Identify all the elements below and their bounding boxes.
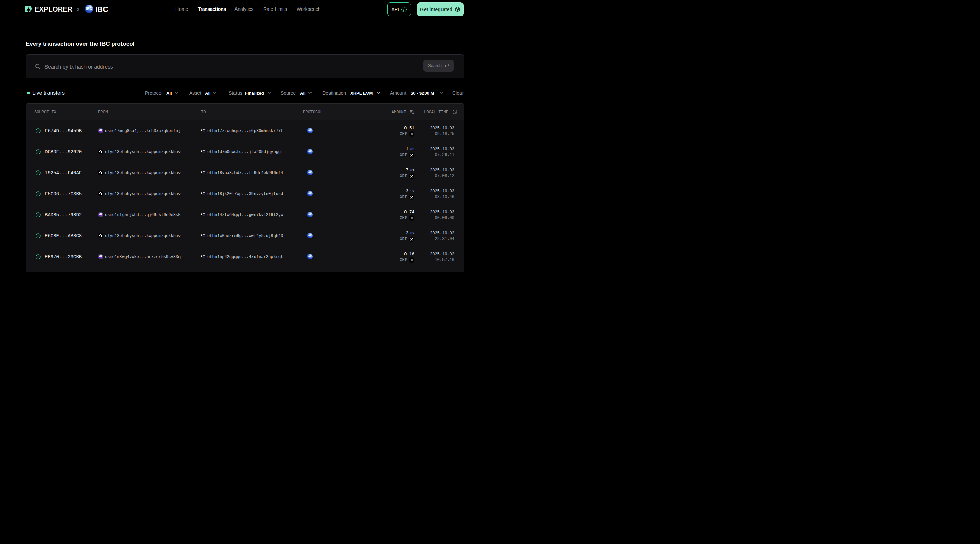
svg-text:IBC: IBC <box>308 255 312 258</box>
svg-text:IBC: IBC <box>308 213 312 216</box>
svg-text:IBC: IBC <box>308 129 312 132</box>
svg-text:IBC: IBC <box>308 234 312 237</box>
svg-text:IBC: IBC <box>86 7 92 11</box>
svg-text:IBC: IBC <box>308 192 312 195</box>
svg-text:IBC: IBC <box>308 150 312 152</box>
svg-text:IBC: IBC <box>308 171 312 174</box>
